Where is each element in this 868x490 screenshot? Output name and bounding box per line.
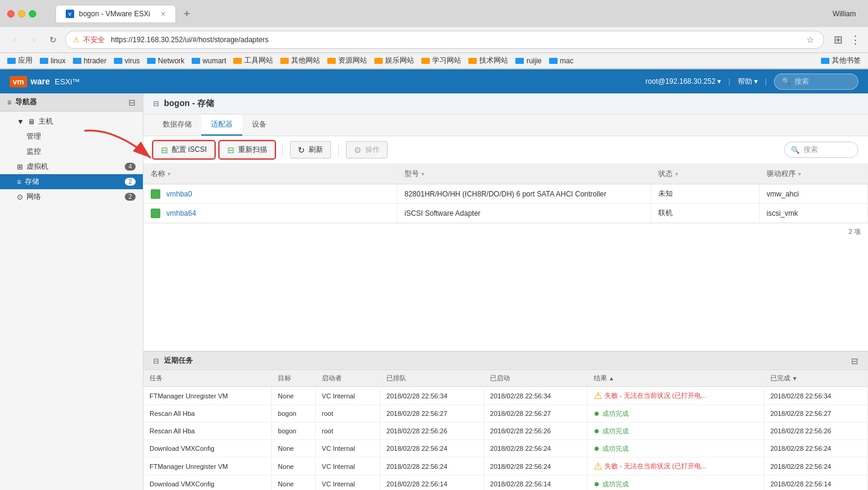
tasks-header: ⊟ 近期任务 ⊟ — [143, 352, 868, 370]
configure-iscsi-label: 配置 iSCSI — [172, 145, 207, 155]
actions-button[interactable]: ⚙ 操作 — [346, 141, 388, 159]
bookmark-resources[interactable]: 资源网站 — [327, 55, 367, 66]
bookmark-wumart[interactable]: wumart — [192, 57, 226, 65]
minimize-button[interactable] — [18, 10, 25, 17]
tab-devices[interactable]: 设备 — [242, 115, 276, 136]
active-tab[interactable]: V bogon - VMware ESXi × — [55, 5, 176, 22]
search-box[interactable]: 🔍 搜索 — [784, 142, 858, 158]
new-tab-button[interactable]: + — [178, 5, 195, 22]
task-cell-queued: 2018/02/28 22:56:26 — [380, 422, 484, 440]
cell-name: vmhba64 — [143, 204, 397, 223]
tcol-task[interactable]: 任务 — [143, 370, 272, 387]
table-header-row: 名称 ▾ 型号 ▾ — [143, 164, 868, 184]
success-icon: ● — [594, 408, 600, 419]
task-cell-initiator: VC Internal — [315, 387, 380, 405]
task-cell-queued: 2018/02/28 22:56:14 — [380, 476, 484, 491]
result-error[interactable]: ⚠ 失败 - 无法在当前状况 (已打开电... — [594, 390, 758, 401]
url-bar[interactable]: ⚠ 不安全 https://192.168.30.252/ui/#/host/s… — [65, 31, 824, 49]
tcol-result[interactable]: 结果 ▲ — [588, 370, 764, 387]
sidebar-item-monitor[interactable]: 监控 — [0, 144, 143, 159]
tcol-target[interactable]: 目标 — [272, 370, 316, 387]
sidebar-item-storage[interactable]: ≡ 存储 2 — [0, 174, 143, 189]
tcol-queued[interactable]: 已排队 — [380, 370, 484, 387]
success-icon: ● — [594, 443, 600, 454]
storage-page-icon: ⊟ — [153, 99, 159, 108]
adapter-name-link[interactable]: vmhba64 — [151, 209, 389, 218]
task-cell-completed: 2018/02/28 22:56:34 — [764, 387, 867, 405]
bookmark-label: 娱乐网站 — [385, 55, 414, 66]
header-search[interactable]: 🔍 搜索 — [774, 74, 858, 90]
search-icon: 🔍 — [791, 146, 800, 154]
bookmark-network[interactable]: Network — [147, 57, 184, 65]
bookmark-ruijie[interactable]: ruijie — [515, 57, 541, 65]
error-icon: ⚠ — [594, 390, 602, 401]
sidebar-minimize-button[interactable]: ⊟ — [128, 98, 136, 107]
bookmark-others[interactable]: 其他网站 — [280, 55, 320, 66]
configure-iscsi-button[interactable]: ⊟ 配置 iSCSI — [153, 141, 215, 159]
bookmark-icon[interactable]: ☆ — [804, 34, 816, 46]
rescan-button[interactable]: ⊟ 重新扫描 — [219, 141, 275, 159]
col-status[interactable]: 状态 ▾ — [650, 164, 759, 184]
task-cell-result: ● 成功完成 — [588, 476, 764, 491]
tcol-started[interactable]: 已启动 — [484, 370, 588, 387]
bookmark-mac[interactable]: mac — [549, 57, 574, 65]
actions-label: 操作 — [365, 145, 380, 155]
bookmark-label: ruijie — [526, 57, 541, 65]
bookmark-tools[interactable]: 工具网站 — [233, 55, 273, 66]
expand-arrow: ▼ — [17, 118, 24, 126]
close-button[interactable] — [7, 10, 14, 17]
task-row: FTManager Unregister VM None VC Internal… — [143, 387, 868, 405]
tasks-collapse-button[interactable]: ⊟ — [851, 356, 858, 366]
tcol-completed[interactable]: 已完成 ▼ — [764, 370, 867, 387]
sidebar-item-label-management: 管理 — [27, 131, 136, 142]
col-model[interactable]: 型号 ▾ — [397, 164, 651, 184]
bookmark-label: linux — [51, 57, 66, 65]
task-cell-target: bogon — [272, 422, 316, 440]
bookmark-apps[interactable]: 应用 — [7, 55, 33, 66]
refresh-button[interactable]: ↻ 刷新 — [290, 141, 331, 159]
host-icon: 🖥 — [28, 118, 35, 126]
maximize-button[interactable] — [29, 10, 36, 17]
bookmark-folder-icon — [73, 58, 81, 64]
bookmark-label: 技术网站 — [479, 55, 508, 66]
forward-button[interactable]: › — [27, 33, 41, 47]
cell-status: 未知 — [650, 184, 759, 204]
bookmark-folder-icon — [327, 58, 336, 64]
col-driver[interactable]: 驱动程序 ▾ — [759, 164, 867, 184]
vmware-header: vm ware ESXi™ root@192.168.30.252 ▾ | 帮助… — [0, 69, 868, 93]
tab-datastore[interactable]: 数据存储 — [153, 115, 201, 136]
header-help[interactable]: 帮助 ▾ — [738, 77, 758, 87]
bookmark-tech[interactable]: 技术网站 — [468, 55, 508, 66]
tab-adapters[interactable]: 适配器 — [201, 115, 242, 136]
result-error[interactable]: ⚠ 失败 - 无法在当前状况 (已打开电... — [594, 460, 758, 472]
header-user[interactable]: root@192.168.30.252 ▾ — [646, 77, 722, 86]
actions-icon: ⚙ — [354, 145, 362, 155]
extensions-icon[interactable]: ⊞ — [834, 33, 843, 46]
navigator-icon: ≡ — [7, 98, 11, 107]
bookmark-entertainment[interactable]: 娱乐网站 — [374, 55, 414, 66]
sidebar-item-network[interactable]: ⊙ 网络 2 — [0, 189, 143, 204]
tab-close-button[interactable]: × — [161, 9, 166, 19]
adapter-name-link[interactable]: vmhba0 — [151, 189, 389, 199]
sidebar-item-vms[interactable]: ⊞ 虚拟机 4 — [0, 159, 143, 174]
col-status-label: 状态 — [658, 169, 673, 179]
bookmark-learning[interactable]: 学习网站 — [421, 55, 461, 66]
task-cell-started: 2018/02/28 22:56:24 — [484, 457, 588, 476]
bookmark-label: wumart — [203, 57, 226, 65]
bookmark-virus[interactable]: virus — [114, 57, 140, 65]
bookmark-htrader[interactable]: htrader — [73, 57, 107, 65]
task-cell-task: Download VMXConfig — [143, 476, 272, 491]
bookmark-label: htrader — [84, 57, 107, 65]
content-tabs: 数据存储 适配器 设备 — [143, 115, 868, 136]
sidebar-item-host[interactable]: ▼ 🖥 主机 — [0, 114, 143, 129]
tcol-initiator[interactable]: 启动者 — [315, 370, 380, 387]
bookmark-other-bookmarks[interactable]: 其他书签 — [821, 55, 861, 66]
menu-icon[interactable]: ⋮ — [850, 33, 861, 46]
col-name[interactable]: 名称 ▾ — [143, 164, 397, 184]
back-button[interactable]: ‹ — [7, 33, 22, 47]
sidebar-item-management[interactable]: 管理 — [0, 129, 143, 144]
bookmark-linux[interactable]: linux — [40, 57, 66, 65]
reload-button[interactable]: ↻ — [46, 33, 60, 47]
vm-logo-ware: ware — [31, 77, 50, 86]
sidebar: ≡ 导航器 ⊟ ▼ 🖥 主机 管理 监控 — [0, 93, 143, 490]
